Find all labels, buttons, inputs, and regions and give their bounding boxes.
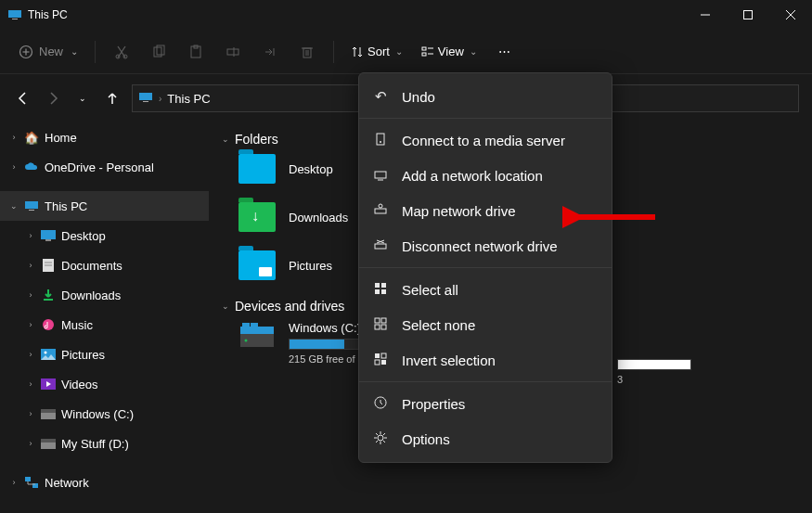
menu-properties[interactable]: Properties xyxy=(359,386,612,421)
svg-rect-15 xyxy=(227,49,238,55)
context-menu: ↶ Undo Connect to a media server Add a n… xyxy=(358,72,612,463)
sidebar-item-label: This PC xyxy=(45,199,87,213)
menu-invert-selection[interactable]: Invert selection xyxy=(359,342,612,378)
sort-label: Sort xyxy=(367,45,390,58)
sidebar-item-desktop[interactable]: › Desktop xyxy=(0,221,209,250)
rename-button[interactable] xyxy=(216,37,250,67)
sort-button[interactable]: Sort ⌄ xyxy=(343,41,410,62)
svg-rect-25 xyxy=(139,93,152,100)
sidebar-item-documents[interactable]: › Documents xyxy=(0,250,209,280)
chevron-down-icon: ⌄ xyxy=(71,46,78,57)
svg-rect-59 xyxy=(381,283,386,288)
separator xyxy=(95,41,96,63)
svg-rect-58 xyxy=(375,283,380,288)
share-button[interactable] xyxy=(253,37,287,67)
menu-select-all[interactable]: Select all xyxy=(359,272,612,307)
sidebar: › 🏠 Home › OneDrive - Personal ⌄ This PC… xyxy=(0,117,209,513)
svg-point-70 xyxy=(378,435,383,441)
cut-button[interactable] xyxy=(105,37,138,67)
chevron-down-icon[interactable]: ⌄ xyxy=(9,201,19,211)
properties-icon xyxy=(372,396,389,412)
svg-rect-3 xyxy=(744,11,753,19)
new-label: New xyxy=(39,45,63,58)
chevron-right-icon[interactable]: › xyxy=(26,261,35,270)
chevron-right-icon[interactable]: › xyxy=(26,320,35,329)
svg-rect-42 xyxy=(25,477,31,481)
folder-label: Desktop xyxy=(289,162,333,176)
chevron-right-icon[interactable]: › xyxy=(26,231,35,240)
forward-button[interactable] xyxy=(43,88,63,109)
menu-add-network-location[interactable]: Add a network location xyxy=(359,158,612,193)
category-label: Folders xyxy=(235,132,278,147)
folder-icon xyxy=(238,250,276,280)
svg-rect-68 xyxy=(381,353,386,358)
svg-rect-30 xyxy=(45,239,51,241)
svg-rect-26 xyxy=(143,101,148,102)
new-button[interactable]: New ⌄ xyxy=(11,39,85,65)
svg-rect-28 xyxy=(29,210,34,211)
copy-button[interactable] xyxy=(142,37,175,67)
chevron-right-icon[interactable]: › xyxy=(9,478,19,487)
sort-icon xyxy=(351,45,364,58)
sidebar-item-thispc[interactable]: ⌄ This PC xyxy=(0,191,209,221)
network-icon xyxy=(24,475,39,490)
chevron-down-icon: ⌄ xyxy=(470,46,477,57)
menu-options[interactable]: Options xyxy=(359,421,612,456)
menu-select-none[interactable]: Select none xyxy=(359,307,612,342)
up-button[interactable] xyxy=(102,88,122,109)
pictures-icon xyxy=(41,347,56,362)
sidebar-item-label: Desktop xyxy=(61,229,106,243)
menu-label: Connect to a media server xyxy=(402,133,565,148)
svg-point-36 xyxy=(45,352,47,354)
menu-label: Undo xyxy=(402,89,435,105)
more-button[interactable]: ⋯ xyxy=(488,37,522,67)
delete-button[interactable] xyxy=(290,37,324,67)
sidebar-item-onedrive[interactable]: › OneDrive - Personal xyxy=(0,152,209,182)
recent-button[interactable]: ⌄ xyxy=(72,88,93,109)
sidebar-item-music[interactable]: › Music xyxy=(0,310,209,340)
menu-map-network-drive[interactable]: Map network drive xyxy=(359,193,612,228)
chevron-right-icon[interactable]: › xyxy=(26,379,35,389)
separator xyxy=(359,267,612,268)
svg-rect-66 xyxy=(375,353,380,358)
minimize-button[interactable] xyxy=(684,0,727,30)
back-button[interactable] xyxy=(13,88,33,109)
menu-label: Properties xyxy=(402,396,465,412)
separator xyxy=(359,118,612,119)
menu-disconnect-network-drive[interactable]: Disconnect network drive xyxy=(359,228,612,263)
paste-button[interactable] xyxy=(179,37,213,67)
drive-icon xyxy=(41,436,56,451)
address-path[interactable]: This PC xyxy=(167,92,210,106)
sidebar-item-windows-c[interactable]: › Windows (C:) xyxy=(0,399,209,429)
sidebar-item-downloads[interactable]: › Downloads xyxy=(0,280,209,310)
titlebar: This PC xyxy=(0,0,812,30)
maximize-button[interactable] xyxy=(727,0,769,30)
menu-connect-media-server[interactable]: Connect to a media server xyxy=(359,122,612,158)
separator xyxy=(359,381,612,382)
svg-rect-1 xyxy=(12,19,18,19)
undo-icon: ↶ xyxy=(372,88,389,105)
svg-rect-0 xyxy=(8,10,21,18)
chevron-right-icon[interactable]: › xyxy=(26,350,35,359)
sidebar-item-videos[interactable]: › Videos xyxy=(0,369,209,399)
chevron-right-icon[interactable]: › xyxy=(26,290,35,300)
svg-rect-48 xyxy=(251,323,258,330)
sidebar-item-mystuff-d[interactable]: › My Stuff (D:) xyxy=(0,429,209,458)
close-button[interactable] xyxy=(769,0,812,30)
chevron-right-icon[interactable]: › xyxy=(26,439,35,448)
disconnect-drive-icon xyxy=(372,238,389,254)
sidebar-item-home[interactable]: › 🏠 Home xyxy=(0,122,209,152)
music-icon xyxy=(41,317,56,332)
sidebar-item-pictures[interactable]: › Pictures xyxy=(0,340,209,369)
window-title: This PC xyxy=(28,8,68,21)
chevron-right-icon[interactable]: › xyxy=(9,162,19,172)
chevron-right-icon[interactable]: › xyxy=(9,133,19,142)
menu-undo[interactable]: ↶ Undo xyxy=(359,79,612,114)
menu-label: Invert selection xyxy=(402,353,496,368)
view-button[interactable]: View ⌄ xyxy=(414,41,484,62)
chevron-right-icon[interactable]: › xyxy=(26,409,35,418)
svg-rect-63 xyxy=(381,318,386,323)
sidebar-item-network[interactable]: › Network xyxy=(0,468,209,497)
drive-right-fragment: 3 xyxy=(617,359,691,385)
desktop-icon xyxy=(41,228,56,243)
